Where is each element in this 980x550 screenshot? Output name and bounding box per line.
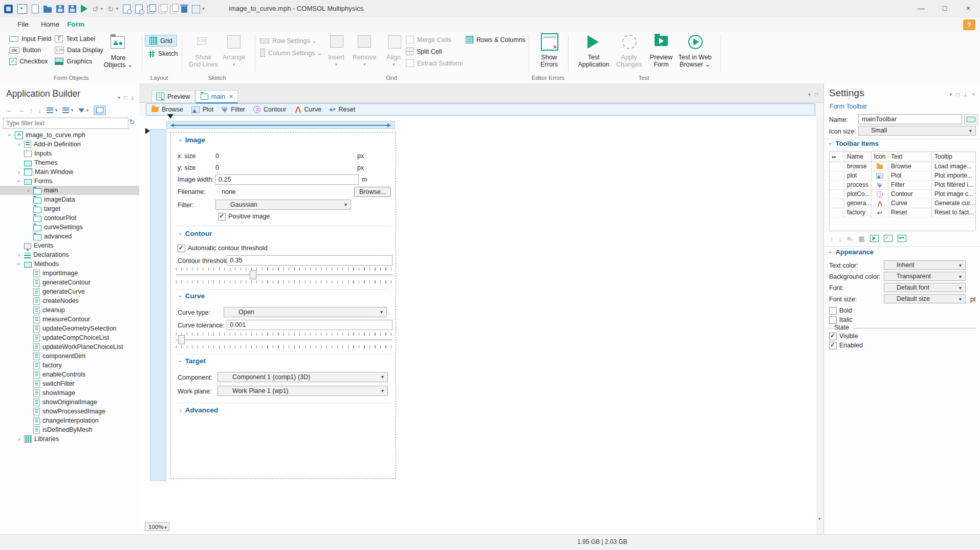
form-design-canvas[interactable]: › Image x: size 0 px y: size 0 px Image … xyxy=(139,116,817,535)
ribbon-split-cell[interactable]: Split Cell xyxy=(406,48,442,55)
ribbon-more-objects-label[interactable]: MoreObjects ⌄ xyxy=(104,54,133,69)
tree-item-imageData[interactable]: imageData xyxy=(0,195,139,204)
undo-menu-caret[interactable]: ▾ xyxy=(101,6,103,11)
tree-item-Methods[interactable]: ›Methods xyxy=(0,259,139,269)
tab-main[interactable]: main × xyxy=(195,90,238,103)
tree-item-showProcessedImage[interactable]: showProcessedImage xyxy=(0,407,139,416)
row-marker[interactable] xyxy=(145,128,150,134)
settings-float-icon[interactable]: □ xyxy=(956,92,959,97)
filter-icon[interactable] xyxy=(78,108,84,113)
browse-toolbar-button[interactable]: Browse xyxy=(151,106,183,113)
ribbon-test-application[interactable]: TestApplication xyxy=(578,54,609,68)
tree-item-updateCompChoiceList[interactable]: updateCompChoiceList xyxy=(0,333,139,342)
maximize-button[interactable]: □ xyxy=(933,0,956,17)
toolbar-items-chevron-icon[interactable]: › xyxy=(827,143,834,145)
settings-close-icon[interactable]: × xyxy=(972,92,975,97)
cell-tooltip[interactable]: Plot image c... xyxy=(932,190,975,199)
row-handle[interactable] xyxy=(830,199,844,208)
add-item-button[interactable] xyxy=(870,235,879,242)
ribbon-checkbox[interactable]: ✓ Checkbox xyxy=(9,58,48,65)
section-advanced-chevron-icon[interactable]: › xyxy=(180,407,182,413)
cell-text[interactable]: Plot xyxy=(888,171,932,180)
preview-file-icon[interactable] xyxy=(123,5,130,13)
curve-toolbar-button[interactable]: Curve xyxy=(295,106,321,113)
italic-checkbox[interactable] xyxy=(829,316,837,324)
cell-tooltip[interactable]: Plot importe... xyxy=(932,171,975,180)
section-curve[interactable]: › Curve xyxy=(180,292,205,300)
cell-name[interactable]: browse xyxy=(844,162,872,171)
tab-preview[interactable]: Preview xyxy=(151,90,195,102)
cell-name[interactable]: plotCo... xyxy=(844,190,872,199)
ribbon-data-display[interactable]: 1.23 Data Display xyxy=(55,47,103,54)
cell-icon[interactable]: ↩ xyxy=(872,208,888,217)
cell-name[interactable]: genera... xyxy=(844,199,872,208)
settings-collapse-icon[interactable]: ▾ xyxy=(949,92,952,97)
curve-slider-track[interactable] xyxy=(176,339,393,341)
tree-expander-icon[interactable]: › xyxy=(16,179,22,184)
model-wizard-icon[interactable] xyxy=(17,4,27,14)
cell-text[interactable]: Browse xyxy=(888,162,932,171)
delete-icon[interactable] xyxy=(181,6,187,13)
tab-form[interactable]: Form xyxy=(64,17,87,33)
visible-checkbox[interactable] xyxy=(829,333,837,340)
cell-text[interactable]: Contour xyxy=(888,190,932,199)
collapse-all-caret[interactable]: ▾ xyxy=(71,108,73,113)
tree-item-curveSettings[interactable]: curveSettings xyxy=(0,223,139,232)
tree-item-Events[interactable]: Events xyxy=(0,241,139,250)
add-toggle-item-button[interactable]: ✓ xyxy=(884,235,892,242)
tree-item-Declarations[interactable]: ›Declarations xyxy=(0,250,139,259)
font-dropdown[interactable]: Default font xyxy=(884,283,966,292)
zoom-level-dropdown[interactable]: 100% xyxy=(145,522,169,531)
ribbon-sketch-toggle[interactable]: Sketch xyxy=(148,50,178,57)
tree-expander-icon[interactable]: › xyxy=(16,141,21,147)
tree-item-image_to_curve.mph[interactable]: ›Aimage_to_curve.mph xyxy=(0,130,139,140)
tree-expander-icon[interactable]: › xyxy=(26,187,31,193)
cell-name[interactable]: plot xyxy=(844,171,872,180)
cell-icon[interactable] xyxy=(872,199,888,208)
ribbon-column-settings[interactable]: Column Settings ⌄ xyxy=(260,49,322,57)
row-handle[interactable] xyxy=(830,190,844,199)
collapse-all-icon[interactable] xyxy=(62,107,69,113)
contour-slider-track[interactable] xyxy=(176,274,393,276)
section-image-chevron-icon[interactable]: › xyxy=(178,139,184,141)
contour-toolbar-button[interactable]: Contour xyxy=(253,106,286,113)
section-contour-chevron-icon[interactable]: › xyxy=(178,233,184,235)
cell-name[interactable]: process xyxy=(844,181,872,189)
panel-float-icon[interactable]: □ xyxy=(124,95,127,100)
ribbon-rows-columns[interactable]: Rows & Columns xyxy=(466,36,526,43)
name-edit-button[interactable] xyxy=(964,114,977,124)
section-toolbar-items[interactable]: › Toolbar Items xyxy=(830,140,879,147)
filter-caret[interactable]: ▾ xyxy=(86,108,89,113)
new-file-icon[interactable] xyxy=(32,5,39,13)
section-image[interactable]: › Image xyxy=(180,136,205,144)
tree-item-isDefinedByMesh[interactable]: isDefinedByMesh xyxy=(0,425,139,434)
row-resize-strip[interactable] xyxy=(150,129,166,481)
add-separator-button[interactable] xyxy=(898,235,906,242)
column-header-icon[interactable]: Icon xyxy=(872,152,888,162)
image-width-input[interactable]: 0.25 xyxy=(215,174,359,185)
section-contour[interactable]: › Contour xyxy=(180,230,212,237)
contour-slider-handle[interactable] xyxy=(250,270,256,279)
ribbon-merge-cells[interactable]: Merge Cells xyxy=(406,36,451,43)
save-icon[interactable] xyxy=(56,5,64,13)
tree-item-changeInterpolation[interactable]: changeInterpolation xyxy=(0,416,139,425)
tree-item-Libraries[interactable]: ›Libraries xyxy=(0,434,139,444)
redo-icon[interactable]: ↻ xyxy=(107,5,114,13)
cell-tooltip[interactable]: Generate cur... xyxy=(932,199,975,208)
curve-type-dropdown[interactable]: Open xyxy=(224,307,387,317)
tree-item-Forms[interactable]: ›Forms xyxy=(0,177,139,186)
positive-image-checkbox[interactable] xyxy=(218,213,226,221)
scroll-down-icon[interactable]: ▾ xyxy=(818,516,821,521)
paste-icon[interactable] xyxy=(159,6,165,13)
ribbon-test-web-browser[interactable]: Test in WebBrowser ⌄ xyxy=(678,54,711,68)
tree-item-measureContour[interactable]: measureContour xyxy=(0,315,139,324)
curve-slider-handle[interactable] xyxy=(178,335,185,344)
tree-item-Inputs[interactable]: Inputs xyxy=(0,149,139,158)
cell-tooltip[interactable]: Load image... xyxy=(932,162,975,171)
cell-icon[interactable] xyxy=(872,162,888,171)
editor-float-icon[interactable]: □ xyxy=(815,92,818,97)
move-up-button[interactable]: ↑ xyxy=(830,235,834,243)
tree-item-switchFilter[interactable]: switchFilter xyxy=(0,379,139,388)
tree-expander-icon[interactable]: › xyxy=(7,133,13,138)
cell-icon[interactable] xyxy=(872,181,888,189)
